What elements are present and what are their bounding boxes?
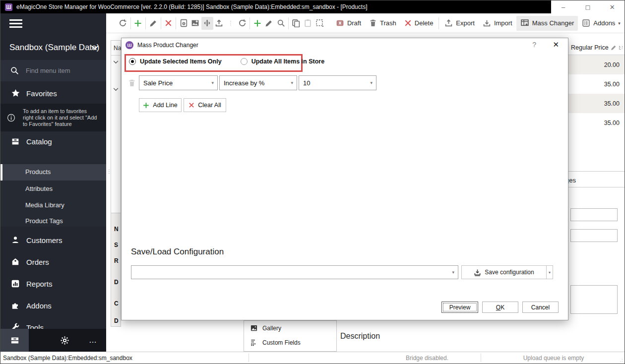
dialog-close-button[interactable]: ✕ bbox=[553, 40, 559, 49]
operation-select-value: Increase by % bbox=[224, 79, 264, 87]
columns-icon[interactable] bbox=[201, 17, 213, 30]
orders-icon bbox=[10, 257, 21, 266]
sidebar-item-label: Favorites bbox=[26, 89, 57, 98]
remove-line-icon[interactable] bbox=[128, 79, 136, 87]
chevron-down-icon bbox=[91, 46, 98, 50]
save-configuration-dropdown[interactable]: ▾ bbox=[547, 265, 553, 279]
name-column-header[interactable]: Na bbox=[111, 41, 121, 56]
price-cell[interactable]: 35.00 bbox=[568, 113, 625, 132]
form-input[interactable] bbox=[570, 208, 618, 221]
addons-button[interactable]: Addons ▾ bbox=[578, 16, 625, 31]
search-input[interactable] bbox=[26, 67, 90, 74]
ok-button[interactable]: OK bbox=[482, 302, 518, 313]
field-initial: R bbox=[114, 257, 119, 264]
value-select-value: 10 bbox=[303, 79, 310, 87]
field-initial: N bbox=[114, 226, 119, 233]
mass-changer-button[interactable]: Mass Changer bbox=[516, 16, 578, 31]
trash-label: Trash bbox=[380, 19, 396, 27]
ok-label-underlined: O bbox=[496, 304, 500, 311]
description-heading: Description bbox=[340, 332, 380, 341]
delete-icon[interactable] bbox=[163, 17, 175, 30]
preview-icon[interactable] bbox=[178, 17, 189, 30]
sidebar-item-orders[interactable]: Orders bbox=[0, 251, 106, 272]
expander-chevron-icon[interactable] bbox=[113, 88, 119, 91]
operation-select[interactable]: Increase by %▾ bbox=[219, 75, 297, 90]
expander-chevron-icon[interactable] bbox=[113, 61, 119, 64]
regular-price-column: Regular Price 20.00 35.00 35.00 35.00 bbox=[567, 40, 625, 172]
clear-all-button[interactable]: Clear All bbox=[184, 98, 226, 112]
regular-price-header[interactable]: Regular Price bbox=[568, 40, 625, 55]
close-button[interactable]: ✕ bbox=[600, 0, 625, 13]
addons-icon bbox=[582, 19, 590, 27]
workspace-selector[interactable]: Sandbox (Sample Data) bbox=[0, 36, 106, 59]
preview-button[interactable]: Preview bbox=[441, 302, 478, 313]
sidebar-item-products[interactable]: Products bbox=[25, 168, 51, 176]
price-cell[interactable]: 35.00 bbox=[568, 74, 625, 94]
reports-icon bbox=[10, 279, 21, 288]
more-options-icon[interactable]: … bbox=[89, 336, 97, 345]
add-icon[interactable] bbox=[132, 17, 144, 30]
gear-icon[interactable] bbox=[60, 336, 69, 345]
upload-icon[interactable] bbox=[213, 17, 225, 30]
import-icon bbox=[483, 19, 491, 27]
draft-label: Draft bbox=[347, 19, 361, 27]
tab-custom-fields[interactable]: Custom Fields bbox=[244, 335, 336, 350]
sidebar-item-label: Orders bbox=[26, 258, 49, 266]
archive-icon[interactable] bbox=[0, 329, 29, 352]
tab-label: Custom Fields bbox=[262, 339, 301, 346]
radio-update-selected[interactable] bbox=[129, 58, 136, 65]
sidebar-item-media-library[interactable]: Media Library bbox=[25, 201, 64, 209]
search-icon[interactable] bbox=[275, 17, 287, 30]
refresh-icon[interactable] bbox=[117, 17, 129, 30]
sidebar-item-attributes[interactable]: Attributes bbox=[25, 185, 53, 192]
splitter-handle[interactable]: ⋮ bbox=[107, 170, 112, 173]
hamburger-menu-icon[interactable] bbox=[9, 19, 22, 28]
draft-icon bbox=[336, 19, 344, 27]
sidebar-item-customers[interactable]: Customers bbox=[0, 230, 106, 250]
image-icon[interactable] bbox=[189, 17, 201, 30]
delete-label: Delete bbox=[415, 19, 434, 27]
edit-icon[interactable] bbox=[263, 17, 275, 30]
sidebar-item-label: Customers bbox=[26, 236, 62, 244]
add-icon[interactable] bbox=[251, 17, 263, 30]
maximize-button[interactable]: ◻ bbox=[575, 0, 600, 13]
cancel-button[interactable]: Cancel bbox=[522, 302, 559, 313]
form-textarea[interactable] bbox=[570, 285, 618, 314]
trash-button[interactable]: Trash bbox=[365, 16, 400, 31]
sidebar-item-favorites[interactable]: Favorites bbox=[0, 83, 106, 104]
toolbar-separator-dots: ⋮ bbox=[228, 21, 233, 25]
export-button[interactable]: Export bbox=[440, 16, 479, 31]
import-button[interactable]: Import bbox=[479, 16, 516, 31]
sidebar-item-product-tags[interactable]: Product Tags bbox=[25, 217, 63, 225]
price-cell[interactable]: 20.00 bbox=[568, 55, 625, 74]
add-line-button[interactable]: Add Line bbox=[139, 98, 182, 112]
draft-button[interactable]: Draft bbox=[332, 16, 365, 31]
sidebar: Sandbox (Sample Data) Favorites To add a… bbox=[0, 13, 106, 352]
price-cell[interactable]: 35.00 bbox=[568, 94, 625, 113]
paste-icon[interactable] bbox=[302, 17, 314, 30]
field-select[interactable]: Sale Price▾ bbox=[139, 75, 218, 90]
app-window: Ш eMagicOne Store Manager for WooCommerc… bbox=[0, 0, 625, 364]
resize-grip[interactable]: .: bbox=[620, 358, 624, 363]
field-initial: D bbox=[114, 317, 119, 324]
minimize-button[interactable]: – bbox=[551, 0, 575, 13]
refresh-icon[interactable] bbox=[236, 17, 248, 30]
delete-button[interactable]: Delete bbox=[400, 16, 438, 31]
form-input[interactable] bbox=[570, 229, 618, 242]
export-label: Export bbox=[456, 19, 475, 27]
configuration-select[interactable]: ▾ bbox=[131, 265, 458, 279]
sidebar-item-catalog[interactable]: Catalog bbox=[0, 131, 106, 151]
window-controls: – ◻ ✕ bbox=[551, 0, 625, 13]
save-configuration-button[interactable]: Save configuration bbox=[461, 265, 547, 279]
field-initial: S bbox=[114, 242, 118, 248]
sidebar-item-addons[interactable]: Addons bbox=[0, 295, 106, 316]
help-button[interactable]: ? bbox=[532, 41, 536, 49]
edit-icon[interactable] bbox=[147, 17, 159, 30]
copy-icon[interactable] bbox=[290, 17, 302, 30]
value-select[interactable]: 10▾ bbox=[299, 75, 376, 90]
select-icon[interactable] bbox=[313, 17, 325, 30]
radio-update-all[interactable] bbox=[241, 58, 248, 65]
sidebar-item-reports[interactable]: Reports bbox=[0, 273, 106, 294]
favorites-hint: To add an item to favorites right click … bbox=[0, 104, 106, 131]
tab-gallery[interactable]: Gallery bbox=[244, 321, 336, 335]
